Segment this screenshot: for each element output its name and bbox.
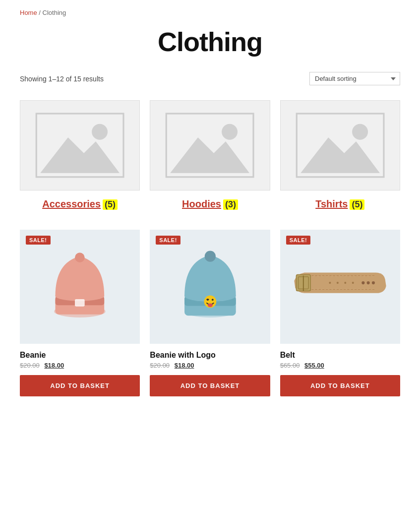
sale-badge-beanie-logo: SALE!: [156, 236, 180, 245]
category-name-accessories[interactable]: Accessories(5): [20, 198, 140, 210]
category-item-accessories: Accessories(5): [20, 100, 140, 210]
svg-point-3: [92, 124, 108, 140]
product-new-price-beanie: $18.00: [44, 362, 64, 369]
svg-point-25: [212, 299, 214, 301]
breadcrumb-current: Clothing: [43, 9, 66, 16]
category-count-hoodies: (3): [223, 199, 238, 210]
category-placeholder-tshirts: [280, 100, 400, 190]
page-title: Clothing: [20, 26, 400, 57]
category-placeholder-accessories: [20, 100, 140, 190]
product-image-belt: SALE!: [280, 230, 400, 344]
product-card-belt: SALE!: [280, 230, 400, 396]
svg-point-7: [222, 124, 238, 140]
product-old-price-beanie-logo: $20.00: [150, 362, 170, 369]
product-new-price-beanie-logo: $18.00: [175, 362, 194, 369]
svg-point-16: [75, 253, 85, 262]
category-placeholder-hoodies: [150, 100, 270, 190]
product-name-beanie: Beanie: [20, 351, 140, 360]
product-image-beanie: SALE!: [20, 230, 140, 344]
category-count-accessories: (5): [103, 199, 118, 210]
category-name-hoodies[interactable]: Hoodies(3): [150, 198, 270, 210]
category-link-hoodies[interactable]: Hoodies: [182, 198, 221, 209]
svg-point-34: [337, 282, 339, 284]
product-old-price-beanie: $20.00: [20, 362, 40, 369]
sort-select[interactable]: Default sortingSort by popularitySort by…: [309, 72, 400, 85]
product-old-price-belt: $65.00: [280, 362, 300, 369]
product-pricing-beanie: $20.00 $18.00: [20, 362, 140, 369]
svg-point-26: [208, 303, 213, 307]
add-to-basket-belt[interactable]: ADD TO BASKET: [280, 375, 400, 396]
category-item-tshirts: Tshirts(5): [280, 100, 400, 210]
add-to-basket-beanie-logo[interactable]: ADD TO BASKET: [150, 375, 270, 396]
product-pricing-beanie-logo: $20.00 $18.00: [150, 362, 270, 369]
product-card-beanie-logo: SALE!: [150, 230, 270, 396]
svg-point-36: [352, 282, 354, 284]
category-name-tshirts[interactable]: Tshirts(5): [280, 198, 400, 210]
category-grid: Accessories(5) Hoodies(3): [20, 100, 400, 210]
svg-point-22: [204, 251, 215, 261]
product-grid: SALE! Beanie $20.00: [20, 230, 400, 396]
product-name-beanie-logo: Beanie with Logo: [150, 351, 270, 360]
category-link-accessories[interactable]: Accessories: [42, 198, 101, 209]
svg-point-27: [361, 281, 364, 284]
page-wrapper: Home / Clothing Clothing Showing 1–12 of…: [0, 0, 420, 416]
category-count-tshirts: (5): [350, 199, 364, 210]
product-pricing-belt: $65.00 $55.00: [280, 362, 400, 369]
svg-point-35: [344, 282, 346, 284]
svg-point-11: [352, 124, 368, 140]
svg-point-28: [366, 281, 369, 284]
product-new-price-belt: $55.00: [304, 362, 324, 369]
svg-point-33: [329, 282, 331, 284]
product-name-belt: Belt: [280, 351, 400, 360]
category-item-hoodies: Hoodies(3): [150, 100, 270, 210]
category-link-tshirts[interactable]: Tshirts: [315, 198, 348, 209]
product-card-beanie: SALE! Beanie $20.00: [20, 230, 140, 396]
svg-point-29: [372, 281, 375, 284]
toolbar: Showing 1–12 of 15 results Default sorti…: [20, 72, 400, 85]
svg-rect-17: [75, 299, 85, 306]
sale-badge-beanie: SALE!: [26, 236, 51, 245]
product-image-beanie-logo: SALE!: [150, 230, 270, 344]
breadcrumb-separator: /: [39, 9, 42, 16]
breadcrumb-home-link[interactable]: Home: [20, 9, 37, 16]
breadcrumb: Home / Clothing: [20, 9, 400, 16]
results-count: Showing 1–12 of 15 results: [20, 75, 104, 83]
sale-badge-belt: SALE!: [286, 236, 311, 245]
add-to-basket-beanie[interactable]: ADD TO BASKET: [20, 375, 140, 396]
